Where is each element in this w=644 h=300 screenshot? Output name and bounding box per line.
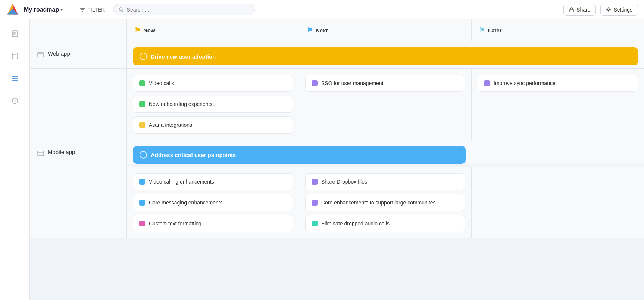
feature-video-calls-label: Video calls (149, 80, 174, 86)
dot-eliminate-dropped (312, 221, 318, 226)
board-content: ⚑ Now ⚑ Next ⚑ Later (30, 19, 644, 300)
topbar: My roadmap ▾ FILTER Share Settin (0, 0, 644, 19)
chevron-down-icon: ▾ (60, 7, 63, 12)
gear-icon (606, 7, 611, 12)
dot-onboarding (139, 101, 145, 107)
share-button[interactable]: Share (563, 4, 596, 16)
feature-share-dropbox-label: Share Dropbox files (321, 179, 367, 185)
row-web-app: Web app ○ Drive new user adoption (30, 41, 644, 69)
epic-drive-label: Drive new user adoption (151, 53, 216, 60)
feature-video-calling-label: Video calling enhancements (149, 179, 214, 185)
dot-video-calls (139, 80, 145, 86)
svg-rect-27 (38, 53, 44, 57)
mobile-later-empty (472, 140, 644, 164)
epic-address-painpoints[interactable]: ○ Address critical user painpoints (133, 146, 466, 164)
flag-next-icon: ⚑ (307, 26, 313, 34)
search-icon (119, 7, 124, 12)
web-later-features: Improve sync performance (472, 69, 644, 140)
folder-icon-mobile (37, 150, 44, 158)
web-now-features: Video calls New onboarding experience As… (127, 69, 299, 140)
col-header-next: ⚑ Next (299, 19, 472, 41)
feature-sso[interactable]: SSO for user management (305, 75, 465, 92)
feature-video-calls[interactable]: Video calls (133, 75, 293, 92)
col-header-next-label: Next (316, 27, 328, 34)
svg-point-22 (14, 100, 15, 101)
svg-rect-28 (38, 151, 44, 156)
roadmap-title[interactable]: My roadmap ▾ (24, 6, 63, 13)
lock-icon (569, 7, 574, 12)
flag-later-icon: ⚑ (479, 26, 485, 34)
dot-video-calling (139, 179, 145, 185)
svg-line-7 (122, 10, 123, 12)
sidebar (0, 19, 30, 300)
mobile-features-spacer (30, 167, 127, 238)
feature-sync-label: Improve sync performance (494, 80, 556, 86)
web-next-features: SSO for user management (299, 69, 472, 140)
roadmap-title-text: My roadmap (24, 6, 59, 13)
dot-sso (312, 80, 318, 86)
feature-eliminate-dropped[interactable]: Eliminate dropped audio calls (305, 215, 465, 232)
feature-eliminate-dropped-label: Eliminate dropped audio calls (321, 221, 390, 226)
feature-onboarding-label: New onboarding experience (149, 101, 214, 107)
feature-core-messaging[interactable]: Core messaging enhancements (133, 194, 293, 211)
filter-icon (80, 7, 85, 12)
feature-onboarding[interactable]: New onboarding experience (133, 96, 293, 113)
dot-custom-text (139, 221, 145, 226)
dot-sync (484, 80, 490, 86)
feature-core-enhancements[interactable]: Core enhancements to support large commu… (305, 194, 465, 211)
settings-button[interactable]: Settings (600, 4, 638, 16)
web-features-spacer (30, 69, 127, 140)
epic-drive-user-adoption[interactable]: ○ Drive new user adoption (133, 47, 638, 65)
web-app-features: Video calls New onboarding experience As… (30, 69, 644, 140)
main-layout: ⚑ Now ⚑ Next ⚑ Later (0, 19, 644, 300)
feature-core-messaging-label: Core messaging enhancements (149, 200, 223, 206)
col-header-now: ⚑ Now (127, 19, 299, 41)
svg-point-6 (119, 7, 122, 10)
feature-core-enhancements-label: Core enhancements to support large commu… (321, 200, 436, 206)
feature-asana-label: Asana integrations (149, 122, 192, 128)
sidebar-icon-lines[interactable] (8, 72, 22, 85)
dot-core-enhancements (312, 200, 318, 206)
row-web-app-label: Web app (48, 50, 70, 57)
feature-video-calling-enhancements[interactable]: Video calling enhancements (133, 173, 293, 190)
dot-share-dropbox (312, 179, 318, 185)
feature-custom-text[interactable]: Custom text formatting (133, 215, 293, 232)
mobile-now-features: Video calling enhancements Core messagin… (127, 167, 299, 238)
logo[interactable] (6, 2, 19, 17)
sidebar-icon-document[interactable] (8, 27, 22, 40)
svg-rect-8 (570, 9, 573, 12)
mobile-later-features (472, 167, 644, 238)
sidebar-icon-compass[interactable] (8, 94, 22, 107)
feature-custom-text-label: Custom text formatting (149, 221, 201, 226)
folder-icon-web (37, 51, 44, 59)
share-label: Share (576, 7, 590, 13)
column-headers: ⚑ Now ⚑ Next ⚑ Later (30, 19, 644, 41)
feature-sso-label: SSO for user management (321, 80, 384, 86)
col-header-now-label: Now (143, 27, 155, 34)
search-input[interactable] (127, 7, 250, 13)
search-bar (113, 4, 255, 15)
row-mobile-app-label: Mobile app (48, 149, 75, 155)
web-epic-row: ○ Drive new user adoption (127, 41, 644, 68)
mobile-app-row: Mobile app ○ Address critical user painp… (30, 140, 644, 167)
col-header-later-label: Later (488, 27, 502, 34)
dot-asana (139, 122, 145, 128)
header-spacer (30, 19, 127, 41)
feature-asana[interactable]: Asana integrations (133, 116, 293, 134)
feature-sync[interactable]: Improve sync performance (478, 75, 638, 92)
row-label-web-app: Web app (30, 41, 127, 68)
filter-button[interactable]: FILTER (76, 4, 109, 15)
mobile-epic-area: ○ Address critical user painpoints (127, 140, 472, 164)
epic-icon-painpoints: ○ (140, 151, 147, 159)
row-label-mobile-app: Mobile app (30, 140, 127, 167)
svg-point-9 (608, 9, 610, 10)
feature-share-dropbox[interactable]: Share Dropbox files (305, 173, 465, 190)
dot-core-messaging (139, 200, 145, 206)
sidebar-icon-list[interactable] (8, 49, 22, 63)
col-header-later: ⚑ Later (472, 19, 644, 41)
mobile-app-features: Video calling enhancements Core messagin… (30, 167, 644, 238)
flag-now-icon: ⚑ (134, 26, 140, 34)
settings-label: Settings (613, 7, 632, 13)
epic-painpoints-label: Address critical user painpoints (151, 152, 236, 158)
epic-icon-drive: ○ (140, 53, 147, 60)
